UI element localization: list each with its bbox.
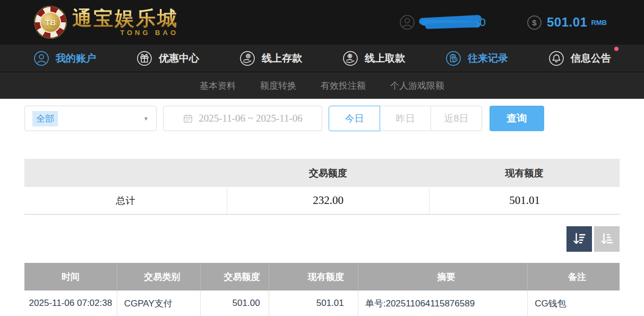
transaction-type-select[interactable]: 全部 ▼ xyxy=(24,106,157,131)
username-display[interactable]: 0 xyxy=(399,14,486,31)
nav-item-promotions[interactable]: 优惠中心 xyxy=(136,50,199,67)
nav-item-withdraw[interactable]: 线上取款 xyxy=(342,50,405,67)
nav-item-my-account[interactable]: 我的账户 xyxy=(33,50,96,67)
col-header-transaction-amount: 交易额度 xyxy=(200,263,269,291)
dollar-coin-icon: $ xyxy=(527,15,542,30)
main-content: 全部 ▼ 2025-11-06 ~ 2025-11-06 今日 昨日 近8日 查… xyxy=(0,106,644,316)
bell-icon xyxy=(548,50,565,67)
date-range-value: 2025-11-06 ~ 2025-11-06 xyxy=(199,113,303,124)
main-navigation: 我的账户 优惠中心 线上存款 线上取款 xyxy=(0,45,644,72)
brand-text: 通宝娱乐城 TONG BAO xyxy=(72,8,178,36)
cell-remarks: CG钱包 xyxy=(527,291,620,316)
subnav-item-credit-transfer[interactable]: 额度转换 xyxy=(260,80,296,92)
withdraw-coin-hand-icon xyxy=(342,50,359,67)
yesterday-button[interactable]: 昨日 xyxy=(380,106,431,131)
caret-down-icon: ▼ xyxy=(143,116,149,122)
nav-label: 优惠中心 xyxy=(159,52,199,65)
cell-type: CGPAY支付 xyxy=(117,291,200,316)
nav-item-announcements[interactable]: 信息公告 xyxy=(548,50,611,67)
col-header-remarks: 备注 xyxy=(527,263,620,291)
nav-label: 信息公告 xyxy=(571,52,611,65)
nav-label: 往来记录 xyxy=(468,52,508,65)
nav-item-transaction-records[interactable]: 往来记录 xyxy=(445,50,508,67)
quick-date-buttons: 今日 昨日 近8日 xyxy=(329,106,482,131)
filter-bar: 全部 ▼ 2025-11-06 ~ 2025-11-06 今日 昨日 近8日 查… xyxy=(24,106,620,131)
summary-table: 交易额度 现有额度 总计 232.00 501.01 xyxy=(24,159,620,215)
account-person-icon xyxy=(33,50,50,67)
col-header-summary: 摘要 xyxy=(358,263,527,291)
table-row: 2025-11-06 07:02:38 CGPAY支付 501.00 501.0… xyxy=(24,291,620,316)
records-header-row: 时间 交易类别 交易额度 现有额度 摘要 备注 xyxy=(24,263,620,291)
last-8-days-button[interactable]: 近8日 xyxy=(431,106,482,131)
brand-name-cn: 通宝娱乐城 xyxy=(72,8,178,28)
summary-header-transaction-amount: 交易额度 xyxy=(227,167,429,180)
nav-label: 我的账户 xyxy=(56,52,96,65)
brand-name-en: TONG BAO xyxy=(120,29,178,36)
account-sub-navigation: 基本资料 额度转换 有效投注额 个人游戏限额 xyxy=(0,72,644,99)
date-range-input[interactable]: 2025-11-06 ~ 2025-11-06 xyxy=(163,106,322,131)
summary-total-row: 总计 232.00 501.01 xyxy=(24,187,620,215)
summary-total-label: 总计 xyxy=(24,187,227,214)
user-icon xyxy=(399,14,416,31)
top-header: TB 通宝娱乐城 TONG BAO 0 $ 501.01 RMB xyxy=(0,0,644,45)
brand-logo[interactable]: TB 通宝娱乐城 TONG BAO xyxy=(34,6,178,39)
sort-descending-icon xyxy=(571,231,587,247)
summary-total-transaction: 232.00 xyxy=(227,187,429,214)
user-area: 0 $ 501.01 RMB xyxy=(399,14,607,31)
sort-descending-button[interactable] xyxy=(566,226,592,252)
summary-header-current-amount: 现有额度 xyxy=(429,167,620,180)
summary-total-balance: 501.01 xyxy=(429,187,620,214)
nav-label: 线上存款 xyxy=(262,52,302,65)
summary-header-row: 交易额度 现有额度 xyxy=(24,159,620,187)
col-header-time: 时间 xyxy=(24,263,117,291)
balance-currency: RMB xyxy=(591,19,607,27)
username-redaction-scribble xyxy=(419,15,482,29)
dollar-glyph: $ xyxy=(532,18,536,27)
casino-chip-logo-icon: TB xyxy=(34,6,67,39)
cell-transaction-amount: 501.00 xyxy=(200,291,269,316)
deposit-coin-hand-icon xyxy=(239,50,256,67)
cell-summary: 单号:202511064115876589 xyxy=(358,291,527,316)
subnav-item-valid-bets[interactable]: 有效投注额 xyxy=(321,80,366,92)
calendar-icon xyxy=(183,113,193,124)
chip-initials: TB xyxy=(40,12,61,33)
records-clipboard-clock-icon xyxy=(445,50,462,67)
balance-amount: 501.01 xyxy=(547,15,587,30)
col-header-current-amount: 现有额度 xyxy=(269,263,358,291)
sort-ascending-icon xyxy=(599,231,615,247)
gift-icon xyxy=(136,50,153,67)
query-button[interactable]: 查询 xyxy=(490,106,544,131)
today-button[interactable]: 今日 xyxy=(329,106,380,131)
sort-ascending-button[interactable] xyxy=(594,226,620,252)
cell-current-amount: 501.01 xyxy=(269,291,358,316)
sort-controls xyxy=(24,226,620,252)
nav-item-deposit[interactable]: 线上存款 xyxy=(239,50,302,67)
records-table: 时间 交易类别 交易额度 现有额度 摘要 备注 2025-11-06 07:02… xyxy=(24,263,620,316)
nav-label: 线上取款 xyxy=(365,52,405,65)
balance-display[interactable]: $ 501.01 RMB xyxy=(527,15,607,30)
subnav-item-basic-info[interactable]: 基本资料 xyxy=(200,80,236,92)
subnav-item-personal-game-limit[interactable]: 个人游戏限额 xyxy=(390,80,444,92)
cell-time: 2025-11-06 07:02:38 xyxy=(24,291,117,316)
selected-type-value: 全部 xyxy=(32,111,58,126)
notification-dot xyxy=(614,47,619,51)
col-header-type: 交易类别 xyxy=(117,263,200,291)
